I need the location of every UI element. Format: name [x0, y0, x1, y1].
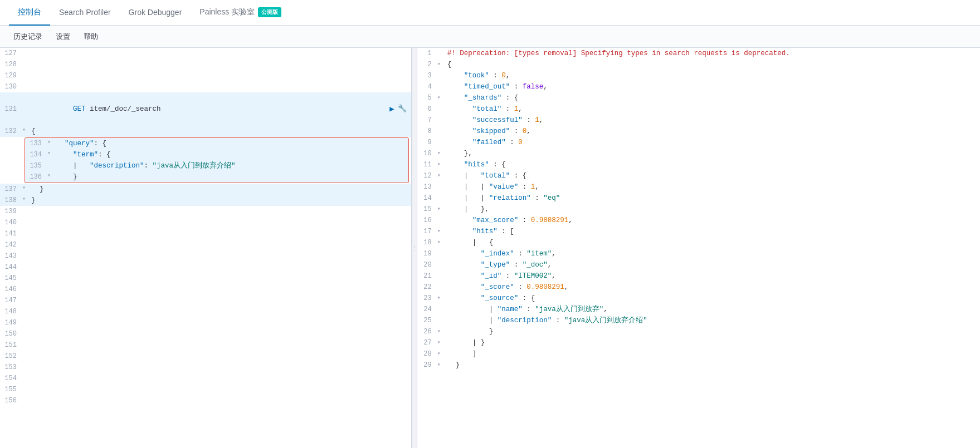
resp-fold[interactable]: ▾ — [437, 337, 445, 348]
wrench-icon[interactable]: 🔧 — [398, 104, 407, 115]
resp-line-number: 9 — [417, 137, 437, 148]
resp-line-number: 16 — [417, 215, 437, 226]
resp-fold[interactable]: ▾ — [437, 204, 445, 215]
editor-line-131: 131 GET item/_doc/_search ▶ 🔧 — [0, 92, 411, 126]
resp-line-7: 7 "successful" : 1, — [417, 115, 980, 126]
resp-line-content: #! Deprecation: [types removal] Specifyi… — [445, 48, 980, 59]
resp-line-content: | "name" : "java从入门到放弃", — [445, 304, 980, 315]
resp-line-number: 3 — [417, 70, 437, 81]
tab-grok-debugger[interactable]: Grok Debugger — [120, 0, 191, 26]
resp-line-content: { — [445, 59, 980, 70]
resp-fold[interactable]: ▾ — [437, 170, 445, 181]
resp-line-number: 18 — [417, 237, 437, 248]
editor-line: 139 — [0, 206, 411, 217]
resp-fold[interactable]: ▾ — [437, 159, 445, 170]
line-actions: ▶ 🔧 — [389, 104, 411, 115]
editor-line: 154 — [0, 373, 411, 384]
resp-fold[interactable]: ▾ — [437, 326, 445, 337]
fold-arrow[interactable]: ▾ — [47, 149, 54, 157]
resp-line-6: 6 "total" : 1, — [417, 104, 980, 115]
resp-line-number: 14 — [417, 193, 437, 204]
resp-fold[interactable]: ▾ — [437, 360, 445, 371]
resp-line-number: 24 — [417, 304, 437, 315]
top-nav: 控制台 Search Profiler Grok Debugger Painle… — [0, 0, 980, 26]
resp-line-27: 27 ▾ | } — [417, 337, 980, 348]
settings-button[interactable]: 设置 — [51, 29, 75, 44]
line-number: 138 — [0, 195, 22, 206]
tab-console[interactable]: 控制台 — [9, 0, 50, 26]
resp-line-5: 5 ▾ "_shards" : { — [417, 92, 980, 104]
editor-line: 148 — [0, 306, 411, 317]
editor-line: 140 — [0, 217, 411, 228]
resize-handle[interactable]: ⋮ — [412, 48, 417, 448]
line-number: 129 — [0, 70, 22, 81]
resp-line-number: 6 — [417, 104, 437, 115]
resp-line-28: 28 ▾ ] — [417, 348, 980, 360]
fold-arrow[interactable]: ▾ — [22, 184, 29, 192]
resp-line-number: 2 — [417, 59, 437, 70]
line-number: 132 — [0, 126, 22, 137]
resp-line-content: }, — [445, 148, 980, 159]
help-button[interactable]: 帮助 — [79, 29, 103, 44]
fold-arrow[interactable]: ▾ — [22, 126, 29, 134]
beta-badge: 公测版 — [258, 7, 281, 17]
resp-line-22: 22 "_score" : 0.9808291, — [417, 282, 980, 293]
resp-line-content: "skipped" : 0, — [445, 126, 980, 137]
resp-line-content: } — [445, 360, 980, 371]
resp-line-number: 8 — [417, 126, 437, 137]
fold-arrow[interactable]: ▾ — [47, 171, 54, 180]
resp-line-11: 11 ▾ "hits" : { — [417, 159, 980, 170]
resp-line-content: | | "value" : 1, — [445, 181, 980, 193]
fold-arrow[interactable]: ▾ — [22, 195, 29, 203]
resp-line-25: 25 | "description" : "java从入门到放弃介绍" — [417, 315, 980, 326]
line-number: 127 — [0, 48, 22, 59]
resp-line-content: "failed" : 0 — [445, 137, 980, 148]
editor-line: 141 — [0, 228, 411, 239]
resp-fold[interactable]: ▾ — [437, 226, 445, 237]
resp-line-4: 4 "timed_out" : false, — [417, 81, 980, 92]
line-content: "query": { — [54, 138, 408, 149]
line-number: 131 — [0, 104, 22, 115]
resp-fold[interactable]: ▾ — [437, 293, 445, 304]
editor-content[interactable]: 127 128 129 130 — [0, 48, 411, 448]
resp-line-number: 7 — [417, 115, 437, 126]
editor-line: 152 — [0, 351, 411, 362]
resp-line-number: 26 — [417, 326, 437, 337]
resp-fold[interactable]: ▾ — [437, 237, 445, 248]
resp-line-number: 19 — [417, 248, 437, 259]
line-number: 134 — [25, 149, 47, 160]
resp-fold[interactable]: ▾ — [437, 59, 445, 70]
history-button[interactable]: 历史记录 — [9, 29, 47, 44]
resp-line-content: | { — [445, 237, 980, 248]
tab-painless[interactable]: Painless 实验室 公测版 — [191, 0, 290, 26]
resp-line-10: 10 ▾ }, — [417, 148, 980, 159]
run-icon[interactable]: ▶ — [389, 104, 394, 115]
resp-line-number: 13 — [417, 181, 437, 193]
editor-line-138: 138 ▾ } — [0, 195, 411, 206]
response-content[interactable]: 1 #! Deprecation: [types removal] Specif… — [417, 48, 980, 448]
resp-fold[interactable]: ▾ — [437, 92, 445, 104]
resp-line-3: 3 "took" : 0, — [417, 70, 980, 81]
resp-line-2: 2 ▾ { — [417, 59, 980, 70]
resp-line-number: 23 — [417, 293, 437, 304]
line-content: } — [29, 184, 411, 195]
resp-fold[interactable]: ▾ — [437, 148, 445, 159]
resp-line-number: 28 — [417, 348, 437, 360]
fold-arrow[interactable]: ▾ — [47, 138, 54, 146]
resp-fold[interactable]: ▾ — [437, 348, 445, 360]
resp-line-content: "max_score" : 0.9808291, — [445, 215, 980, 226]
resp-line-number: 27 — [417, 337, 437, 348]
editor-line-137: 137 ▾ } — [0, 184, 411, 195]
resp-line-content: | | "relation" : "eq" — [445, 193, 980, 204]
resp-line-number: 10 — [417, 148, 437, 159]
path-text: item/_doc/_search — [86, 105, 161, 113]
editor-line: 147 — [0, 295, 411, 306]
resp-line-19: 19 "_index" : "item", — [417, 248, 980, 259]
editor-panel: 127 128 129 130 — [0, 48, 412, 448]
resp-line-8: 8 "skipped" : 0, — [417, 126, 980, 137]
resp-line-number: 21 — [417, 270, 437, 282]
resp-line-20: 20 "_type" : "_doc", — [417, 259, 980, 270]
tab-search-profiler[interactable]: Search Profiler — [50, 0, 120, 26]
resp-line-1: 1 #! Deprecation: [types removal] Specif… — [417, 48, 980, 59]
resize-dots: ⋮ — [412, 245, 417, 251]
